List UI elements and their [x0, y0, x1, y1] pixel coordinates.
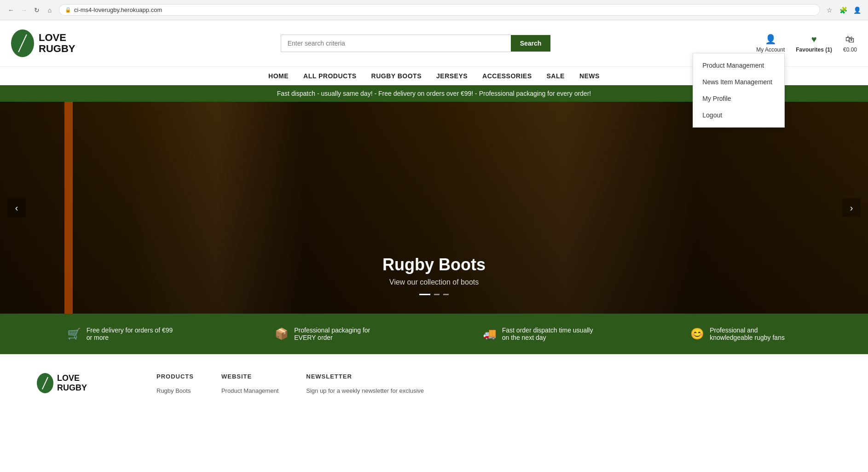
my-account-button[interactable]: 👤 My Account	[756, 34, 785, 53]
hero-title: Rugby Boots	[382, 255, 486, 274]
browser-nav-buttons[interactable]: ← → ↻ ⌂	[6, 5, 55, 16]
feature-free-delivery: 🛒 Free delivery for orders of €99 or mor…	[67, 326, 178, 341]
site-header: LOVE RUGBY Search 👤 My Account Product M…	[0, 20, 868, 66]
account-dropdown-menu: Product Management News Item Management …	[693, 53, 785, 128]
shelf-pillar-1	[64, 102, 73, 314]
dropdown-product-management[interactable]: Product Management	[693, 57, 784, 74]
header-right: 👤 My Account Product Management News Ite…	[728, 34, 857, 53]
profile-icon[interactable]: 👤	[851, 5, 862, 16]
footer-products-heading: PRODUCTS	[156, 373, 194, 380]
dropdown-logout[interactable]: Logout	[693, 107, 784, 123]
nav-news[interactable]: NEWS	[579, 72, 600, 80]
footer-newsletter-text: Sign up for a weekly newsletter for excl…	[306, 387, 424, 394]
hero-dot-2[interactable]	[434, 294, 440, 295]
hero-dot-3[interactable]	[443, 294, 449, 295]
nav-sale[interactable]: SALE	[547, 72, 565, 80]
my-account-wrapper: 👤 My Account Product Management News Ite…	[756, 34, 785, 53]
feature-dispatch: 🚚 Fast order dispatch time usually on th…	[483, 326, 593, 341]
my-account-label: My Account	[756, 47, 785, 53]
footer-logo-text: LOVE RUGBY	[57, 373, 87, 393]
browser-toolbar: ☆ 🧩 👤	[824, 5, 862, 16]
footer-rugby-boots-link[interactable]: Rugby Boots	[156, 387, 194, 394]
nav-home[interactable]: HOME	[268, 72, 289, 80]
search-area: Search	[103, 35, 728, 52]
bookmark-icon[interactable]: ☆	[824, 5, 835, 16]
feature-packaging-text: Professional packaging for EVERY order	[294, 326, 385, 341]
footer-newsletter-heading: NEWSLETTER	[306, 373, 424, 380]
back-button[interactable]: ←	[6, 5, 17, 16]
footer-logo: LOVE RUGBY	[37, 373, 129, 398]
footer-product-management-link[interactable]: Product Management	[221, 387, 278, 394]
feature-knowledgeable-text: Professional and knowledgeable rugby fan…	[710, 326, 801, 341]
lock-icon: 🔒	[65, 7, 71, 13]
logo-oval	[11, 29, 34, 57]
dropdown-my-profile[interactable]: My Profile	[693, 90, 784, 107]
user-icon: 👤	[765, 34, 776, 45]
footer-newsletter-col: NEWSLETTER Sign up for a weekly newslett…	[306, 373, 424, 398]
feature-knowledgeable: 😊 Professional and knowledgeable rugby f…	[690, 326, 801, 341]
feature-packaging: 📦 Professional packaging for EVERY order	[275, 326, 385, 341]
forward-button[interactable]: →	[18, 5, 29, 16]
promo-text: Fast dispatch - usually same day! - Free…	[277, 90, 591, 97]
favourites-button[interactable]: ♥ Favourites (1)	[796, 34, 832, 53]
hero-next-button[interactable]: ›	[842, 198, 861, 217]
cart-label: €0.00	[843, 47, 857, 53]
cart-feature-icon: 🛒	[67, 327, 81, 340]
footer-products-col: PRODUCTS Rugby Boots	[156, 373, 194, 398]
logo-link[interactable]: LOVE RUGBY	[11, 29, 103, 57]
nav-accessories[interactable]: ACCESSORIES	[482, 72, 532, 80]
footer-website-heading: WEBSITE	[221, 373, 278, 380]
search-button[interactable]: Search	[511, 35, 551, 52]
smile-icon: 😊	[690, 327, 704, 340]
home-button[interactable]: ⌂	[44, 5, 55, 16]
nav-rugby-boots[interactable]: RUGBY BOOTS	[371, 72, 422, 80]
package-icon: 📦	[275, 327, 289, 340]
hero-content: Rugby Boots View our collection of boots	[382, 255, 486, 295]
extensions-icon[interactable]: 🧩	[838, 5, 849, 16]
dropdown-news-item-management[interactable]: News Item Management	[693, 74, 784, 90]
feature-delivery-text: Free delivery for orders of €99 or more	[87, 326, 178, 341]
address-bar[interactable]: 🔒 ci-ms4-loverugby.herokuapp.com	[59, 4, 820, 16]
reload-button[interactable]: ↻	[31, 5, 42, 16]
search-input[interactable]	[281, 35, 511, 52]
footer-website-col: WEBSITE Product Management	[221, 373, 278, 398]
cart-icon: 🛍	[845, 34, 855, 45]
hero-prev-button[interactable]: ‹	[7, 198, 26, 217]
hero-dot-1[interactable]	[419, 294, 430, 295]
url-text: ci-ms4-loverugby.herokuapp.com	[74, 6, 162, 13]
hero-dots	[382, 294, 486, 295]
footer-top: LOVE RUGBY PRODUCTS Rugby Boots WEBSITE …	[37, 373, 831, 407]
browser-chrome: ← → ↻ ⌂ 🔒 ci-ms4-loverugby.herokuapp.com…	[0, 0, 868, 20]
hero-subtitle: View our collection of boots	[382, 278, 486, 286]
heart-icon: ♥	[811, 34, 817, 45]
truck-icon: 🚚	[483, 327, 497, 340]
features-strip: 🛒 Free delivery for orders of €99 or mor…	[0, 314, 868, 354]
cart-button[interactable]: 🛍 €0.00	[843, 34, 857, 53]
hero-section: ‹ › Rugby Boots View our collection of b…	[0, 102, 868, 314]
nav-all-products[interactable]: ALL PRODUCTS	[303, 72, 356, 80]
logo-text: LOVE RUGBY	[39, 32, 75, 54]
feature-dispatch-text: Fast order dispatch time usually on the …	[502, 326, 593, 341]
nav-jerseys[interactable]: JERSEYS	[436, 72, 468, 80]
site-footer: LOVE RUGBY PRODUCTS Rugby Boots WEBSITE …	[0, 354, 868, 416]
favourites-label: Favourites (1)	[796, 47, 832, 53]
